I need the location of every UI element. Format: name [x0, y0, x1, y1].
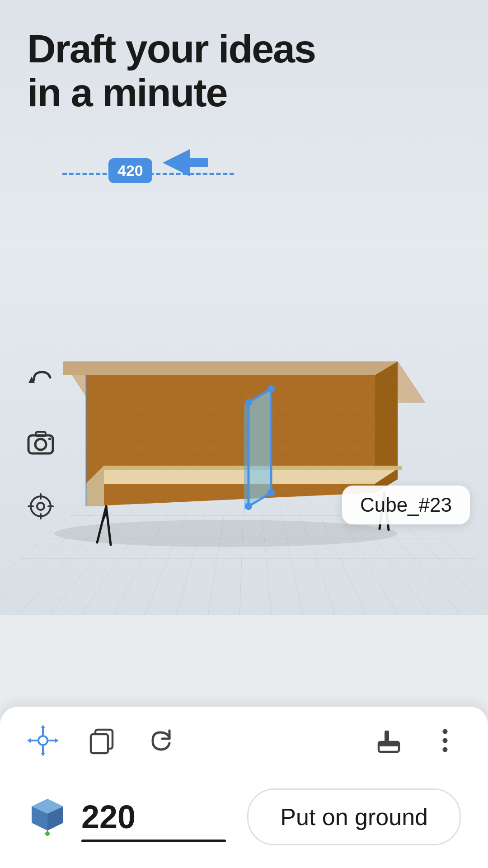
svg-rect-54	[379, 742, 399, 746]
paint-button[interactable]	[375, 725, 407, 756]
object-label: Cube_#23	[342, 486, 470, 524]
svg-marker-17	[249, 389, 271, 506]
left-toolbar	[23, 362, 59, 524]
svg-point-57	[442, 738, 447, 743]
put-on-ground-button[interactable]: Put on ground	[247, 788, 461, 845]
svg-marker-2	[63, 362, 398, 375]
svg-point-28	[245, 503, 252, 510]
svg-point-37	[37, 503, 44, 510]
height-slider[interactable]	[81, 840, 226, 842]
svg-point-58	[442, 747, 447, 752]
svg-rect-34	[36, 432, 46, 436]
header-title: Draft your ideas in a minute	[27, 27, 315, 115]
svg-marker-46	[41, 753, 45, 756]
target-icon[interactable]	[23, 488, 59, 524]
measurement-label: 420	[108, 158, 152, 183]
bottom-panel: 220 Put on ground	[0, 707, 488, 868]
toolbar-right	[375, 725, 461, 756]
svg-point-42	[38, 736, 47, 745]
height-value: 220	[81, 798, 247, 835]
svg-point-29	[267, 489, 275, 496]
move-arrow	[163, 149, 208, 178]
header: Draft your ideas in a minute	[27, 27, 315, 115]
svg-marker-30	[163, 149, 208, 176]
svg-rect-52	[91, 734, 108, 753]
svg-marker-6	[86, 375, 375, 506]
more-options-button[interactable]	[429, 725, 461, 756]
svg-point-33	[35, 439, 46, 450]
svg-point-0	[54, 520, 398, 547]
svg-marker-44	[41, 725, 45, 728]
reset-button[interactable]	[145, 725, 176, 756]
transform-button[interactable]	[27, 725, 59, 756]
svg-marker-48	[27, 738, 31, 743]
toolbar-left	[27, 725, 176, 756]
svg-point-26	[245, 399, 252, 406]
height-section: 220	[81, 798, 247, 835]
svg-rect-55	[385, 731, 389, 742]
copy-button[interactable]	[86, 725, 117, 756]
properties-row: 220 Put on ground	[0, 770, 488, 868]
scene-container: Draft your ideas in a minute	[0, 0, 488, 615]
svg-marker-50	[55, 738, 59, 743]
undo-icon[interactable]	[23, 362, 59, 398]
svg-point-56	[442, 729, 447, 734]
cube-icon	[27, 797, 68, 837]
svg-point-27	[267, 385, 275, 392]
camera-icon[interactable]	[23, 425, 59, 461]
svg-point-35	[48, 438, 51, 440]
toolbar-row	[0, 707, 488, 770]
